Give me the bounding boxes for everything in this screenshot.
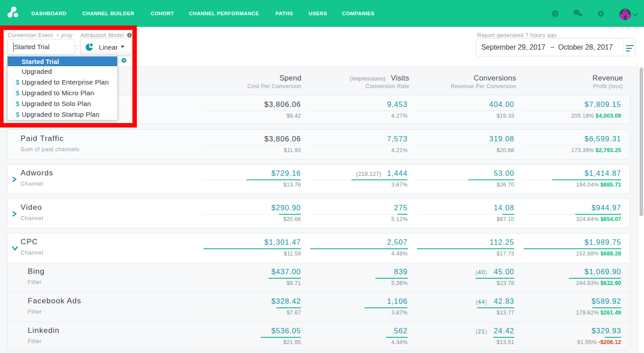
svg-text:?: ? bbox=[554, 11, 557, 16]
